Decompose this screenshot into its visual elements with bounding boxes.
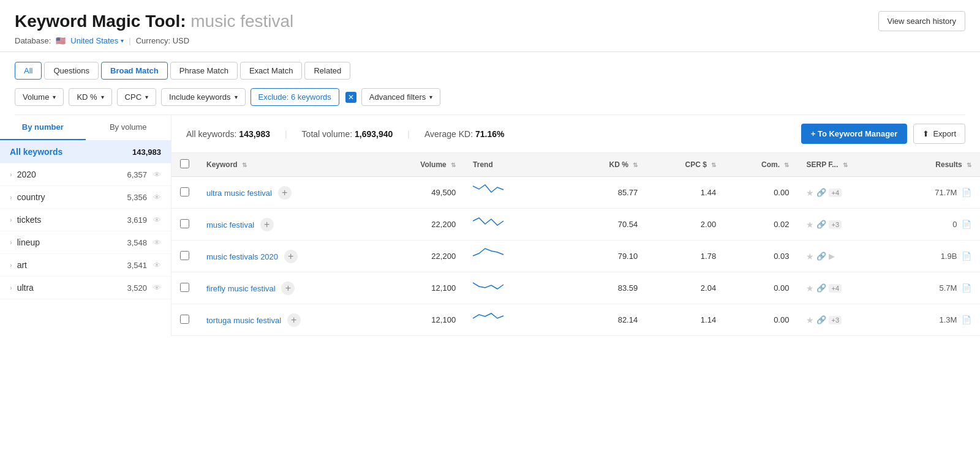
tab-questions[interactable]: Questions <box>44 62 99 80</box>
link-icon: 🔗 <box>816 315 826 324</box>
star-icon: ★ <box>806 220 814 230</box>
currency-label: Currency: USD <box>136 36 189 45</box>
link-icon: 🔗 <box>816 283 826 293</box>
exclude-close-button[interactable]: ✕ <box>345 92 356 103</box>
trend-cell <box>464 304 572 336</box>
keyword-cell: firefly music festival + <box>198 272 379 304</box>
add-keyword-button[interactable]: + <box>278 186 292 200</box>
advanced-filters[interactable]: Advanced filters ▾ <box>361 88 441 106</box>
exclude-keywords-filter[interactable]: Exclude: 6 keywords <box>251 88 339 106</box>
doc-icon: 📄 <box>962 252 971 261</box>
stats-bar: All keywords: 143,983 | Total volume: 1,… <box>172 115 980 153</box>
tab-broad-match[interactable]: Broad Match <box>101 62 168 80</box>
cpc-cell: 2.00 <box>646 209 725 241</box>
doc-icon: 📄 <box>962 188 971 197</box>
include-chevron-icon: ▾ <box>235 94 238 100</box>
sidebar-item-all[interactable]: All keywords 143,983 <box>0 141 171 163</box>
advanced-chevron-icon: ▾ <box>429 94 432 100</box>
view-history-button[interactable]: View search history <box>878 11 965 31</box>
row-checkbox[interactable] <box>180 251 189 260</box>
col-results: Results ⇅ <box>892 153 980 177</box>
eye-icon[interactable]: 👁 <box>153 215 161 225</box>
include-keywords-filter[interactable]: Include keywords ▾ <box>161 88 245 106</box>
keyword-link[interactable]: firefly music festival <box>206 284 276 293</box>
results-cell: 0 📄 <box>892 209 980 241</box>
com-cell: 0.03 <box>725 241 797 272</box>
sidebar-item-lineup[interactable]: › lineup 3,548 👁 <box>0 231 171 254</box>
col-keyword: Keyword ⇅ <box>198 153 379 177</box>
eye-icon[interactable]: 👁 <box>153 283 161 293</box>
volume-filter[interactable]: Volume ▾ <box>15 88 64 106</box>
table-row: music festivals 2020 + 22,200 79.10 1.78… <box>172 241 980 272</box>
eye-icon[interactable]: 👁 <box>153 238 161 247</box>
cpc-cell: 2.04 <box>646 272 725 304</box>
sort-icon: ⇅ <box>711 162 716 168</box>
serp-cell: ★🔗+4 <box>797 272 892 304</box>
select-all-checkbox[interactable] <box>180 159 189 168</box>
tab-exact-match[interactable]: Exact Match <box>240 62 303 80</box>
col-serp: SERP F... ⇅ <box>797 153 892 177</box>
toolbar: All Questions Broad Match Phrase Match E… <box>0 52 980 115</box>
serp-cell: ★🔗+4 <box>797 177 892 209</box>
sidebar-item-country[interactable]: › country 5,356 👁 <box>0 186 171 209</box>
doc-icon: 📄 <box>962 220 971 229</box>
sidebar-tab-volume[interactable]: By volume <box>86 115 172 140</box>
database-dropdown[interactable]: United States ▾ <box>70 36 124 45</box>
keyword-link[interactable]: ultra music festival <box>206 189 272 198</box>
add-keyword-button[interactable]: + <box>281 282 295 295</box>
kd-filter[interactable]: KD % ▾ <box>69 88 111 106</box>
content-area: All keywords: 143,983 | Total volume: 1,… <box>172 115 980 336</box>
trend-chart <box>473 310 522 327</box>
keyword-cell: ultra music festival + <box>198 177 379 209</box>
keyword-link[interactable]: tortuga music festival <box>206 316 281 325</box>
col-kd: KD % ⇅ <box>572 153 646 177</box>
sidebar-item-ultra[interactable]: › ultra 3,520 👁 <box>0 277 171 299</box>
table-row: ultra music festival + 49,500 85.77 1.44… <box>172 177 980 209</box>
sidebar-item-2020[interactable]: › 2020 6,357 👁 <box>0 163 171 186</box>
trend-chart <box>473 247 522 264</box>
star-icon: ★ <box>806 252 814 261</box>
volume-cell: 12,100 <box>379 272 465 304</box>
keyword-link[interactable]: music festivals 2020 <box>206 252 278 261</box>
trend-cell <box>464 177 572 209</box>
sidebar-item-art[interactable]: › art 3,541 👁 <box>0 254 171 277</box>
eye-icon[interactable]: 👁 <box>153 193 161 202</box>
kd-cell: 82.14 <box>572 304 646 336</box>
link-icon: 🔗 <box>816 220 826 229</box>
table-row: firefly music festival + 12,100 83.59 2.… <box>172 272 980 304</box>
tab-related[interactable]: Related <box>304 62 350 80</box>
trend-chart <box>473 215 522 232</box>
kd-cell: 85.77 <box>572 177 646 209</box>
eye-icon[interactable]: 👁 <box>153 170 161 179</box>
results-cell: 1.3M 📄 <box>892 304 980 336</box>
row-checkbox[interactable] <box>180 219 189 228</box>
row-checkbox[interactable] <box>180 315 189 324</box>
row-checkbox[interactable] <box>180 187 189 196</box>
keyword-manager-button[interactable]: + To Keyword Manager <box>801 124 908 144</box>
tab-phrase-match[interactable]: Phrase Match <box>170 62 238 80</box>
table-row: tortuga music festival + 12,100 82.14 1.… <box>172 304 980 336</box>
sidebar-tab-number[interactable]: By number <box>0 115 86 140</box>
serp-features: ★🔗▶ <box>806 252 884 261</box>
export-button[interactable]: ⬆ Export <box>913 124 965 144</box>
keywords-table: Keyword ⇅ Volume ⇅ Trend KD % ⇅ CPC $ ⇅ … <box>172 153 980 336</box>
keyword-cell: tortuga music festival + <box>198 304 379 336</box>
serp-cell: ★🔗+3 <box>797 209 892 241</box>
add-keyword-button[interactable]: + <box>260 218 274 231</box>
cpc-filter[interactable]: CPC ▾ <box>117 88 156 106</box>
tab-all[interactable]: All <box>15 62 42 80</box>
export-icon: ⬆ <box>922 129 929 138</box>
sidebar-chevron-icon: › <box>10 239 12 246</box>
keyword-cell: music festival + <box>198 209 379 241</box>
add-keyword-button[interactable]: + <box>287 313 301 327</box>
link-icon: 🔗 <box>816 188 826 197</box>
serp-features: ★🔗+4 <box>806 188 884 198</box>
row-checkbox[interactable] <box>180 283 189 292</box>
play-icon: ▶ <box>829 252 835 261</box>
add-keyword-button[interactable]: + <box>284 250 298 263</box>
eye-icon[interactable]: 👁 <box>153 261 161 270</box>
sidebar-item-tickets[interactable]: › tickets 3,619 👁 <box>0 209 171 231</box>
link-icon: 🔗 <box>816 252 826 261</box>
keyword-link[interactable]: music festival <box>206 220 254 230</box>
sort-icon: ⇅ <box>633 162 638 168</box>
